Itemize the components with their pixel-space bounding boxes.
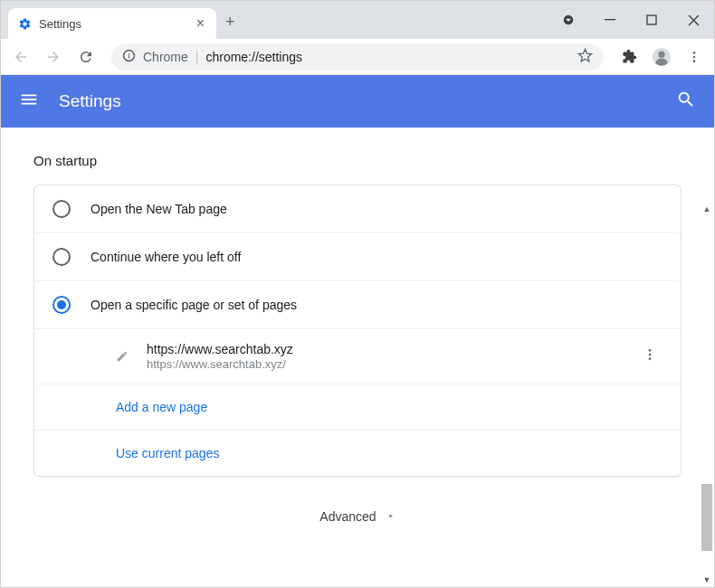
radio-label: Open a specific page or set of pages [91, 298, 297, 312]
search-icon[interactable] [676, 90, 696, 113]
page-url: https://www.searchtab.xyz/ [147, 357, 621, 371]
advanced-toggle[interactable]: Advanced [33, 477, 682, 545]
reload-button[interactable] [72, 43, 100, 71]
settings-title: Settings [59, 91, 121, 111]
startup-card: Open the New Tab page Continue where you… [33, 185, 682, 477]
svg-rect-7 [129, 52, 129, 53]
forward-button[interactable] [39, 43, 68, 71]
close-window-button[interactable] [672, 1, 714, 39]
page-edit-icon [114, 348, 130, 365]
address-url: chrome://settings [205, 50, 302, 64]
svg-point-13 [649, 349, 652, 352]
svg-point-9 [658, 51, 664, 57]
svg-rect-1 [605, 19, 615, 20]
radio-icon [52, 248, 71, 266]
tab-title: Settings [39, 17, 186, 31]
use-current-pages-link[interactable]: Use current pages [116, 446, 219, 460]
svg-point-10 [693, 52, 696, 54]
svg-rect-6 [129, 54, 129, 58]
scroll-down-arrow[interactable]: ▼ [700, 573, 714, 587]
scrollbar-thumb[interactable] [701, 484, 712, 551]
advanced-label: Advanced [319, 509, 376, 524]
close-icon[interactable]: × [194, 15, 207, 32]
startup-option-specific[interactable]: Open a specific page or set of pages [34, 280, 681, 328]
radio-label: Open the New Tab page [91, 202, 227, 216]
page-text: https://www.searchtab.xyz https://www.se… [147, 342, 621, 371]
svg-point-14 [649, 354, 652, 356]
add-new-page-row: Add a new page [34, 384, 681, 430]
svg-point-11 [693, 55, 696, 58]
page-title: https://www.searchtab.xyz [147, 342, 621, 356]
profile-icon[interactable] [647, 43, 676, 71]
chevron-down-icon [386, 509, 396, 524]
address-prefix: Chrome [143, 50, 188, 64]
page-more-icon[interactable] [637, 342, 663, 371]
menu-icon[interactable] [680, 43, 709, 71]
add-new-page-link[interactable]: Add a new page [116, 400, 207, 414]
bookmark-star-icon[interactable] [577, 48, 593, 66]
new-tab-button[interactable]: + [225, 13, 235, 33]
minimize-button[interactable] [589, 1, 631, 39]
startup-option-continue[interactable]: Continue where you left off [34, 232, 681, 280]
radio-icon [52, 296, 71, 314]
startup-option-newtab[interactable]: Open the New Tab page [34, 185, 681, 232]
back-button[interactable] [6, 43, 35, 71]
address-bar[interactable]: Chrome | chrome://settings [111, 43, 604, 71]
use-current-pages-row: Use current pages [34, 430, 681, 476]
maximize-button[interactable] [631, 1, 672, 39]
radio-icon [52, 200, 71, 218]
settings-body: PCrisk On startup Open the New Tab page … [1, 128, 714, 587]
content-area: Settings PCrisk On startup Open the New … [1, 75, 714, 587]
tab-search-icon[interactable] [548, 1, 589, 39]
browser-toolbar: Chrome | chrome://settings [1, 39, 714, 75]
hamburger-icon[interactable] [19, 90, 39, 113]
browser-tab[interactable]: Settings × [8, 8, 216, 39]
tab-strip: Settings × + [1, 1, 714, 39]
address-separator: | [195, 50, 199, 64]
svg-point-15 [649, 357, 652, 360]
svg-point-12 [693, 60, 696, 62]
gear-icon [17, 16, 32, 31]
window-controls [548, 1, 714, 39]
radio-label: Continue where you left off [91, 250, 241, 264]
section-title: On startup [33, 153, 682, 168]
browser-window: Settings × + [0, 0, 715, 588]
settings-header: Settings [1, 75, 714, 128]
site-info-icon[interactable] [122, 49, 136, 65]
extensions-icon[interactable] [615, 43, 644, 71]
scroll-up-arrow[interactable]: ▲ [700, 202, 714, 216]
startup-page-entry: https://www.searchtab.xyz https://www.se… [34, 328, 681, 384]
svg-rect-2 [647, 15, 656, 24]
